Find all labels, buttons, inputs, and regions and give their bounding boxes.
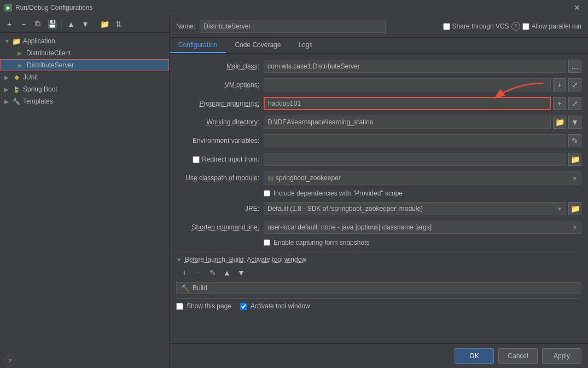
sort-button[interactable]: ⇅ <box>113 18 125 30</box>
classpath-select[interactable]: ▦ springboot_zookeeper ▼ <box>264 171 581 185</box>
launch-remove-button[interactable]: − <box>193 267 205 279</box>
vm-options-label: VM options: <box>176 81 264 89</box>
launch-toolbar: + − ✎ ▲ ▼ <box>178 267 581 279</box>
tab-logs[interactable]: Logs <box>289 38 321 53</box>
name-input[interactable] <box>200 20 386 33</box>
dialog-footer: OK Cancel Apply <box>170 343 588 368</box>
tree-item-label: DistributeClient <box>26 49 71 57</box>
working-dir-label: Working directory: <box>176 118 264 126</box>
bottom-options: Show this page Activate tool window <box>176 298 581 313</box>
redirect-input[interactable] <box>264 153 566 166</box>
show-page-option: Show this page <box>176 302 231 310</box>
working-dir-folder-button[interactable]: 📁 <box>553 116 566 129</box>
tree-group-label-junit: JUnit <box>23 73 38 81</box>
working-dir-expand-button[interactable]: ▼ <box>568 116 581 129</box>
redirect-checkbox[interactable] <box>193 156 200 163</box>
add-config-button[interactable]: + <box>3 18 15 30</box>
share-group: Share through VCS ? Allow parallel run <box>443 22 581 31</box>
tree-collapse-arrow-2: ▶ <box>4 87 12 93</box>
redirect-label: Redirect input from: <box>176 156 264 163</box>
include-dep-checkbox[interactable] <box>264 190 270 197</box>
launch-add-button[interactable]: + <box>178 267 190 279</box>
working-dir-row: Working directory: 📁 ▼ <box>176 115 581 129</box>
activate-tool-checkbox[interactable] <box>240 303 247 310</box>
ok-button[interactable]: OK <box>455 348 494 364</box>
remove-config-button[interactable]: − <box>18 18 30 30</box>
jre-label: JRE: <box>176 205 264 212</box>
launch-up-button[interactable]: ▲ <box>221 267 233 279</box>
capturing-checkbox[interactable] <box>264 239 270 246</box>
launch-down-button[interactable]: ▼ <box>235 267 247 279</box>
shorten-dropdown-arrow: ▼ <box>572 225 578 231</box>
vm-options-input[interactable] <box>264 78 551 91</box>
main-class-control: … <box>264 60 581 73</box>
help-button[interactable]: ? <box>4 355 15 366</box>
title-bar-text: Run/Debug Configurations <box>15 4 92 12</box>
tree-item-label-2: DistributeServer <box>27 61 74 69</box>
share-vcs-label: Share through VCS <box>452 22 509 30</box>
classpath-label: Use classpath of module: <box>176 174 264 182</box>
env-vars-input[interactable] <box>264 134 566 147</box>
before-launch-header[interactable]: ▼ Before launch: Build, Activate tool wi… <box>176 256 581 263</box>
tree-group-springboot[interactable]: ▶ 🍃 Spring Boot <box>0 83 169 95</box>
redirect-browse-button[interactable]: 📁 <box>568 153 581 166</box>
main-class-input[interactable] <box>264 60 566 73</box>
activate-tool-label: Activate tool window <box>251 302 310 310</box>
include-dep-row: Include dependencies with "Provided" sco… <box>264 189 581 197</box>
tree-item-distributeserver[interactable]: ▶ DistributeServer <box>0 59 169 71</box>
tab-code-coverage[interactable]: Code Coverage <box>226 38 289 53</box>
module-icon: ▦ <box>267 174 273 182</box>
tree-group-junit[interactable]: ▶ ◆ JUnit <box>0 71 169 83</box>
tree-group-templates[interactable]: ▶ 🔧 Templates <box>0 95 169 107</box>
parallel-run-label: Allow parallel run <box>532 22 581 30</box>
tree-group-application[interactable]: ▼ 📁 Application <box>0 35 169 47</box>
apply-button[interactable]: Apply <box>542 348 581 364</box>
classpath-value: springboot_zookeeper <box>276 174 341 182</box>
shorten-select[interactable]: user-local default: none - java [options… <box>264 221 581 234</box>
jre-folder-button[interactable]: 📁 <box>568 202 581 215</box>
env-vars-row: Environment variables: ✎ <box>176 134 581 148</box>
vm-browse-button[interactable]: ⤢ <box>568 78 581 91</box>
env-vars-edit-button[interactable]: ✎ <box>568 134 581 147</box>
config-tree: ▼ 📁 Application ▶ DistributeClient ▶ Dis… <box>0 33 169 353</box>
move-up-button[interactable]: ▲ <box>65 18 77 30</box>
sidebar-toolbar: + − ⧉ 💾 ▲ ▼ 📁 ⇅ <box>0 15 169 33</box>
env-vars-label: Environment variables: <box>176 137 264 145</box>
name-label: Name: <box>176 22 195 30</box>
main-class-row: Main class: … <box>176 59 581 73</box>
title-bar: ▶ Run/Debug Configurations ✕ <box>0 0 588 15</box>
tree-collapse-arrow: ▶ <box>4 74 12 81</box>
vm-expand-button[interactable]: + <box>553 78 566 91</box>
jre-select[interactable]: Default (1.8 - SDK of 'springboot_zookee… <box>264 202 566 215</box>
env-vars-control: ✎ <box>264 134 581 147</box>
close-button[interactable]: ✕ <box>570 2 584 13</box>
vm-options-row: VM options: + ⤢ <box>176 78 581 92</box>
tree-group-label-spring: Spring Boot <box>23 85 57 93</box>
before-launch-section: ▼ Before launch: Build, Activate tool wi… <box>176 251 581 294</box>
program-args-input[interactable] <box>264 97 551 110</box>
copy-config-button[interactable]: ⧉ <box>32 18 44 30</box>
tree-group-label: Application <box>23 37 55 45</box>
cancel-button[interactable]: Cancel <box>498 348 538 364</box>
program-args-control: + ⤢ <box>264 97 581 110</box>
args-browse-button[interactable]: ⤢ <box>568 97 581 110</box>
share-vcs-checkbox[interactable] <box>443 23 450 30</box>
folder-icon: 📁 <box>12 37 21 45</box>
wrench-icon: 🔧 <box>12 97 21 106</box>
main-class-browse-button[interactable]: … <box>568 60 581 73</box>
launch-edit-button[interactable]: ✎ <box>207 267 219 279</box>
tab-configuration[interactable]: Configuration <box>170 38 226 53</box>
title-bar-left: ▶ Run/Debug Configurations <box>4 4 92 12</box>
folder-button[interactable]: 📁 <box>98 18 110 30</box>
share-help-icon[interactable]: ? <box>511 22 520 31</box>
move-down-button[interactable]: ▼ <box>79 18 91 30</box>
tree-item-distributeclient[interactable]: ▶ DistributeClient <box>0 47 169 59</box>
working-dir-input[interactable] <box>264 116 551 129</box>
show-page-checkbox[interactable] <box>176 303 183 310</box>
args-expand-button[interactable]: + <box>553 97 566 110</box>
redirect-control: 📁 <box>264 153 581 166</box>
toolbar-separator <box>61 20 62 28</box>
activate-tool-option: Activate tool window <box>240 302 310 310</box>
save-config-button[interactable]: 💾 <box>46 18 58 30</box>
parallel-run-checkbox[interactable] <box>522 23 529 30</box>
